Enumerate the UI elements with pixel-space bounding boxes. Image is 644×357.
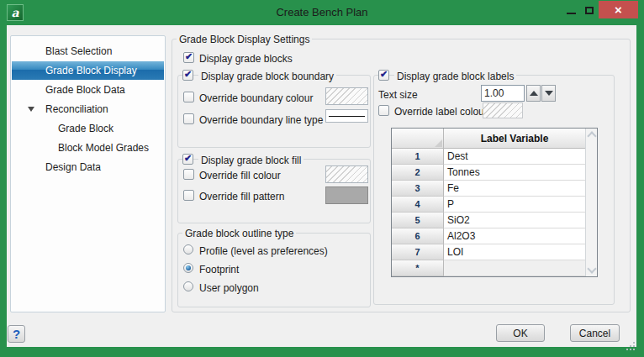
label-variable-cell[interactable]: Tonnes bbox=[444, 165, 585, 181]
table-new-row: * bbox=[392, 260, 585, 276]
outline-type-title: Grade block outline type bbox=[182, 228, 296, 239]
table-row: 1 Dest bbox=[392, 149, 585, 165]
row-header[interactable]: 1 bbox=[392, 149, 444, 165]
main-group-title: Grade Block Display Settings bbox=[177, 34, 312, 45]
settings-nav: Blast Selection Grade Block Display Grad… bbox=[10, 35, 166, 312]
table-row: 5 SiO2 bbox=[392, 213, 585, 228]
display-fill-label: Display grade block fill bbox=[198, 155, 304, 166]
label-variable-cell[interactable]: LOI bbox=[444, 244, 585, 260]
row-header[interactable]: 4 bbox=[392, 197, 444, 213]
maximize-button[interactable] bbox=[580, 2, 599, 18]
resize-grip[interactable] bbox=[633, 342, 635, 344]
table-row: 6 Al2O3 bbox=[392, 228, 585, 244]
help-button[interactable]: ? bbox=[8, 325, 25, 343]
display-fill-checkbox[interactable] bbox=[182, 154, 193, 165]
user-polygon-radio[interactable] bbox=[183, 281, 193, 291]
text-size-up-button[interactable] bbox=[526, 85, 541, 102]
label-variable-cell[interactable]: P bbox=[444, 197, 585, 213]
label-variable-table: Label Variable 1 Dest 2 Tonnes 3 Fe 4 P … bbox=[391, 128, 598, 277]
table-scrollbar[interactable] bbox=[585, 129, 597, 276]
maximize-icon bbox=[585, 7, 594, 14]
table-row: 3 Fe bbox=[392, 181, 585, 197]
user-polygon-radio-label: User polygon bbox=[199, 282, 259, 294]
boundary-colour-swatch[interactable] bbox=[325, 87, 368, 105]
display-labels-label: Display grade block labels bbox=[394, 71, 516, 82]
row-header[interactable]: 6 bbox=[392, 228, 444, 244]
override-fill-pattern-label: Override fill pattern bbox=[199, 191, 284, 202]
row-header[interactable]: 7 bbox=[392, 244, 444, 260]
close-icon: × bbox=[615, 3, 622, 17]
sidebar-item-grade-block-data[interactable]: Grade Block Data bbox=[12, 81, 164, 99]
override-label-colour-label: Override label colour bbox=[394, 106, 488, 118]
sidebar-item-design-data[interactable]: Design Data bbox=[12, 158, 164, 176]
table-header-row: Label Variable bbox=[392, 129, 585, 149]
scroll-up-icon[interactable] bbox=[587, 131, 596, 140]
profile-radio-label: Profile (level as preferences) bbox=[199, 245, 328, 257]
title-bar[interactable]: a Create Bench Plan × bbox=[0, 0, 644, 25]
profile-radio[interactable] bbox=[183, 244, 193, 255]
cancel-button[interactable]: Cancel bbox=[570, 324, 620, 342]
table-corner-cell[interactable] bbox=[392, 129, 444, 149]
dialog-window: a Create Bench Plan × Blast Selection Gr… bbox=[0, 0, 644, 357]
collapse-arrow-icon[interactable] bbox=[28, 107, 34, 112]
boundary-line-type-picker[interactable] bbox=[325, 109, 368, 123]
fill-colour-swatch[interactable] bbox=[325, 165, 368, 183]
ok-button[interactable]: OK bbox=[496, 324, 545, 342]
table-grid: Label Variable 1 Dest 2 Tonnes 3 Fe 4 P … bbox=[392, 129, 585, 276]
override-boundary-colour-label: Override boundary colour bbox=[199, 92, 313, 104]
fill-pattern-swatch[interactable] bbox=[325, 186, 368, 204]
override-boundary-line-type-label: Override boundary line type bbox=[199, 114, 323, 126]
table-row: 4 P bbox=[392, 197, 585, 213]
sidebar-item-block-model-grades[interactable]: Block Model Grades bbox=[12, 139, 164, 157]
text-size-input[interactable] bbox=[481, 85, 525, 102]
label-variable-column-header[interactable]: Label Variable bbox=[444, 129, 585, 149]
sidebar-item-grade-block-display[interactable]: Grade Block Display bbox=[12, 61, 164, 80]
footprint-radio-label: Footprint bbox=[199, 264, 239, 276]
override-boundary-colour-checkbox[interactable] bbox=[183, 92, 194, 102]
row-header[interactable]: 5 bbox=[392, 213, 444, 228]
label-variable-cell[interactable]: Fe bbox=[444, 181, 585, 197]
row-header[interactable]: * bbox=[392, 260, 444, 276]
row-header[interactable]: 3 bbox=[392, 181, 444, 197]
sidebar-item-grade-block[interactable]: Grade Block bbox=[12, 119, 164, 138]
table-row: 2 Tonnes bbox=[392, 165, 585, 181]
label-variable-cell[interactable]: Al2O3 bbox=[444, 228, 585, 244]
override-fill-pattern-checkbox[interactable] bbox=[183, 190, 194, 201]
scroll-down-icon[interactable] bbox=[587, 264, 596, 273]
display-boundary-label: Display grade block boundary bbox=[198, 71, 336, 82]
label-variable-cell[interactable] bbox=[444, 260, 585, 276]
override-boundary-line-type-checkbox[interactable] bbox=[183, 113, 194, 124]
override-label-colour-checkbox[interactable] bbox=[378, 105, 389, 116]
table-row: 7 LOI bbox=[392, 244, 585, 260]
override-fill-colour-checkbox[interactable] bbox=[183, 169, 194, 180]
sidebar-item-reconciliation[interactable]: Reconciliation bbox=[12, 100, 164, 118]
display-grade-blocks-checkbox[interactable] bbox=[183, 52, 194, 63]
close-button[interactable]: × bbox=[599, 1, 638, 18]
label-variable-cell[interactable]: Dest bbox=[444, 149, 585, 165]
row-header[interactable]: 2 bbox=[392, 165, 444, 181]
text-size-label: Text size bbox=[378, 89, 418, 101]
sidebar-item-blast-selection[interactable]: Blast Selection bbox=[12, 42, 164, 60]
override-fill-colour-label: Override fill colour bbox=[199, 170, 281, 181]
display-grade-blocks-label: Display grade blocks bbox=[199, 53, 293, 65]
spin-down-icon bbox=[545, 91, 553, 96]
label-colour-swatch[interactable] bbox=[483, 102, 523, 118]
minimize-icon bbox=[567, 13, 576, 14]
footprint-radio[interactable] bbox=[183, 263, 193, 273]
spin-up-icon bbox=[530, 91, 538, 96]
window-title: Create Bench Plan bbox=[0, 6, 644, 18]
sidebar-item-label: Reconciliation bbox=[45, 103, 108, 115]
label-variable-cell[interactable]: SiO2 bbox=[444, 213, 585, 228]
text-size-down-button[interactable] bbox=[541, 85, 556, 102]
minimize-button[interactable] bbox=[562, 2, 580, 18]
display-labels-checkbox[interactable] bbox=[378, 70, 389, 81]
display-boundary-checkbox[interactable] bbox=[182, 70, 193, 81]
